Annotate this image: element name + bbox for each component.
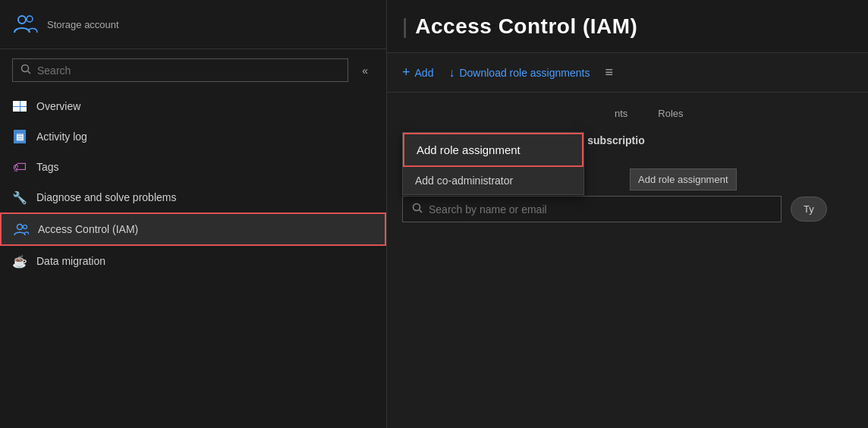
data-migration-icon: ☕ — [12, 253, 27, 269]
sidebar-search-input[interactable] — [37, 65, 340, 77]
activity-log-icon: ▤ — [12, 129, 27, 144]
sidebar-search-icon — [20, 64, 31, 77]
access-control-icon — [14, 222, 29, 237]
svg-line-7 — [420, 210, 423, 213]
tooltip-add-role-assignment: Add role assignment — [630, 168, 737, 190]
search-email-icon — [412, 203, 423, 216]
svg-point-5 — [24, 225, 27, 229]
table-col-header-nts: nts — [615, 108, 627, 119]
type-button[interactable]: Ty — [791, 197, 827, 222]
svg-point-4 — [17, 225, 23, 230]
sidebar-search-box[interactable] — [12, 58, 348, 82]
svg-point-6 — [414, 204, 420, 211]
svg-line-3 — [28, 71, 31, 74]
download-button[interactable]: ↓ Download role assignments — [448, 66, 590, 80]
sidebar-item-access-control[interactable]: Access Control (IAM) — [0, 212, 386, 246]
filter-icon[interactable]: ≡ — [605, 65, 613, 80]
sidebar-item-label-data-migration: Data migration — [36, 255, 105, 267]
sidebar-item-diagnose[interactable]: 🔧 Diagnose and solve problems — [0, 182, 386, 212]
page-title: Access Control (IAM) — [415, 14, 637, 39]
page-header: | Access Control (IAM) — [387, 0, 868, 53]
search-email-box[interactable] — [402, 196, 782, 222]
sidebar: Storage account « Overview — [0, 0, 387, 428]
download-icon: ↓ — [448, 66, 454, 80]
svg-point-1 — [27, 16, 33, 22]
sidebar-item-overview[interactable]: Overview — [0, 91, 386, 121]
dropdown-menu: Add role assignment Add co-administrator — [402, 132, 584, 195]
storage-account-header: Storage account — [0, 0, 386, 49]
table-header-row: nts Roles — [615, 108, 853, 119]
sidebar-collapse-button[interactable]: « — [356, 61, 374, 80]
storage-account-label: Storage account — [47, 19, 119, 30]
header-divider: | — [402, 14, 407, 39]
dropdown-item-add-role-assignment[interactable]: Add role assignment — [403, 133, 583, 167]
sidebar-item-label-access-control: Access Control (IAM) — [38, 223, 138, 235]
download-label: Download role assignments — [459, 67, 590, 79]
sidebar-search-container: « — [0, 49, 386, 91]
add-label: Add — [415, 67, 434, 79]
sidebar-item-label-diagnose: Diagnose and solve problems — [36, 191, 176, 203]
sidebar-item-label-tags: Tags — [36, 161, 59, 173]
add-button[interactable]: + Add — [402, 65, 433, 80]
search-email-row: Ty — [402, 196, 853, 222]
table-col-header-roles: Roles — [658, 108, 683, 119]
add-icon: + — [402, 65, 410, 80]
diagnose-icon: 🔧 — [12, 190, 27, 205]
sidebar-item-label-overview: Overview — [36, 100, 80, 112]
sidebar-item-tags[interactable]: 🏷 Tags — [0, 152, 386, 182]
search-email-input[interactable] — [429, 203, 772, 216]
svg-point-0 — [18, 16, 26, 24]
sidebar-item-data-migration[interactable]: ☕ Data migration — [0, 246, 386, 276]
tags-icon: 🏷 — [12, 159, 27, 175]
overview-icon — [12, 99, 27, 114]
dropdown-item-add-co-admin[interactable]: Add co-administrator — [403, 167, 583, 194]
storage-account-icon — [12, 11, 39, 38]
right-panel: | Access Control (IAM) + Add ↓ Download … — [387, 0, 868, 428]
svg-point-2 — [22, 65, 29, 72]
toolbar: + Add ↓ Download role assignments ≡ — [387, 53, 868, 93]
sidebar-item-activity-log[interactable]: ▤ Activity log — [0, 121, 386, 152]
sidebar-item-label-activity-log: Activity log — [36, 131, 87, 143]
